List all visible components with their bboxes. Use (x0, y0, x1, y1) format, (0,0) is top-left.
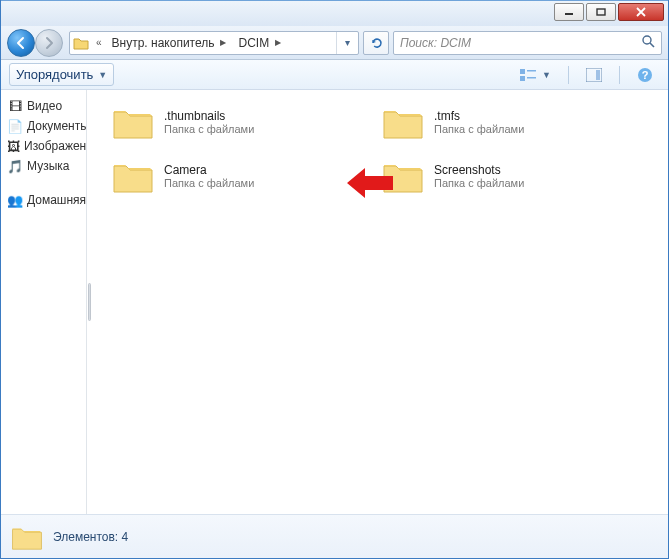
preview-pane-button[interactable] (579, 65, 609, 85)
maximize-button[interactable] (586, 3, 616, 21)
overflow-chevron-icon[interactable]: « (92, 37, 106, 48)
folder-item[interactable]: .thumbnails Папка с файлами (112, 104, 342, 140)
svg-text:?: ? (642, 69, 649, 81)
nav-buttons (7, 29, 65, 57)
breadcrumb-seg-1[interactable]: Внутр. накопитель ▶ (106, 32, 233, 54)
chevron-right-icon[interactable]: ▶ (275, 38, 281, 47)
folder-desc: Папка с файлами (434, 177, 524, 189)
help-icon: ? (637, 67, 653, 83)
svg-line-3 (650, 43, 654, 47)
chevron-down-icon: ▼ (98, 70, 107, 80)
search-input[interactable]: Поиск: DCIM (393, 31, 662, 55)
sidebar-item-label: Документы (27, 119, 87, 133)
refresh-button[interactable] (363, 31, 389, 55)
body: 🎞 Видео 📄 Документы 🖼 Изображения 🎵 Музы… (1, 90, 668, 514)
folder-name: .tmfs (434, 109, 524, 123)
video-icon: 🎞 (7, 98, 23, 114)
toolbar: Упорядочить ▼ ▼ ? (1, 60, 668, 90)
svg-rect-1 (597, 9, 605, 15)
folder-desc: Папка с файлами (164, 177, 254, 189)
views-icon (520, 68, 538, 82)
homegroup-icon: 👥 (7, 192, 23, 208)
folder-name: Camera (164, 163, 254, 177)
content-pane[interactable]: .thumbnails Папка с файлами .tmfs Папка … (92, 90, 668, 514)
sidebar-item-documents[interactable]: 📄 Документы (7, 116, 86, 136)
forward-button[interactable] (35, 29, 63, 57)
separator (568, 66, 569, 84)
chevron-right-icon[interactable]: ▶ (220, 38, 226, 47)
svg-rect-0 (565, 13, 573, 15)
folder-icon (112, 158, 154, 194)
sidebar-item-music[interactable]: 🎵 Музыка (7, 156, 86, 176)
folder-item[interactable]: Camera Папка с файлами (112, 158, 342, 194)
organize-button[interactable]: Упорядочить ▼ (9, 63, 114, 86)
status-text: Элементов: 4 (53, 530, 128, 544)
folder-item[interactable]: .tmfs Папка с файлами (382, 104, 612, 140)
breadcrumb[interactable]: « Внутр. накопитель ▶ DCIM ▶ ▾ (69, 31, 359, 55)
folder-name: .thumbnails (164, 109, 254, 123)
svg-rect-4 (520, 69, 525, 74)
svg-point-2 (643, 36, 651, 44)
sidebar-item-homegroup[interactable]: 👥 Домашняя группа (7, 190, 86, 210)
folder-desc: Папка с файлами (434, 123, 524, 135)
red-arrow-icon (347, 168, 393, 198)
separator (619, 66, 620, 84)
music-icon: 🎵 (7, 158, 23, 174)
change-view-button[interactable]: ▼ (513, 65, 558, 85)
status-bar: Элементов: 4 (1, 514, 668, 558)
search-placeholder: Поиск: DCIM (400, 36, 471, 50)
folder-icon (382, 104, 424, 140)
organize-label: Упорядочить (16, 67, 93, 82)
explorer-window: « Внутр. накопитель ▶ DCIM ▶ ▾ Поиск: DC… (0, 0, 669, 559)
pictures-icon: 🖼 (7, 138, 20, 154)
close-button[interactable] (618, 3, 664, 21)
document-icon: 📄 (7, 118, 23, 134)
folder-item[interactable]: Screenshots Папка с файлами (382, 158, 612, 194)
minimize-button[interactable] (554, 3, 584, 21)
folder-name: Screenshots (434, 163, 524, 177)
svg-rect-9 (596, 70, 600, 80)
folder-icon (112, 104, 154, 140)
sidebar-item-label: Видео (27, 99, 62, 113)
search-icon (641, 34, 655, 51)
sidebar-item-label: Изображения (24, 139, 87, 153)
chevron-down-icon: ▼ (542, 70, 551, 80)
back-button[interactable] (7, 29, 35, 57)
svg-rect-5 (520, 76, 525, 81)
folder-desc: Папка с файлами (164, 123, 254, 135)
help-button[interactable]: ? (630, 64, 660, 86)
folder-icon (11, 523, 43, 551)
sidebar-item-pictures[interactable]: 🖼 Изображения (7, 136, 86, 156)
svg-rect-7 (527, 77, 536, 79)
breadcrumb-seg-2[interactable]: DCIM ▶ (232, 32, 287, 54)
grip-icon (88, 283, 91, 321)
sidebar-item-label: Домашняя группа (27, 193, 87, 207)
sidebar-item-videos[interactable]: 🎞 Видео (7, 96, 86, 116)
preview-pane-icon (586, 68, 602, 82)
sidebar-item-label: Музыка (27, 159, 69, 173)
address-bar: « Внутр. накопитель ▶ DCIM ▶ ▾ Поиск: DC… (1, 26, 668, 60)
breadcrumb-label: Внутр. накопитель (112, 36, 215, 50)
address-dropdown-button[interactable]: ▾ (336, 32, 358, 54)
titlebar (1, 0, 668, 26)
annotation-arrow (347, 168, 393, 202)
folder-icon (70, 32, 92, 54)
navigation-pane[interactable]: 🎞 Видео 📄 Документы 🖼 Изображения 🎵 Музы… (1, 90, 87, 514)
breadcrumb-label: DCIM (238, 36, 269, 50)
svg-rect-6 (527, 70, 536, 72)
